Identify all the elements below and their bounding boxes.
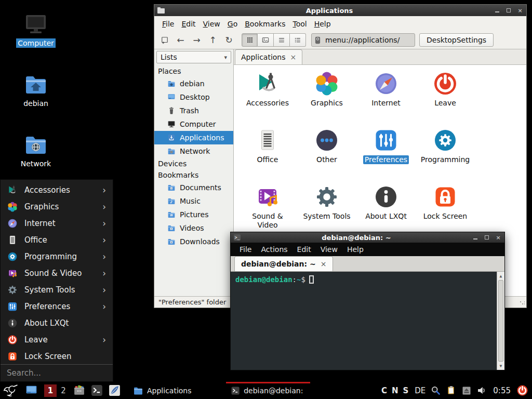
sidebar-mode-select[interactable]: Lists ▾ [156, 51, 231, 63]
menu-actions[interactable]: Actions [256, 245, 292, 254]
menu-help[interactable]: Help [311, 18, 335, 30]
workspace-1-button[interactable]: 1 [44, 384, 57, 397]
sidebar-item-music[interactable]: Music [154, 194, 233, 208]
sidebar-item-desktop[interactable]: Desktop [154, 90, 233, 104]
grid-item-accessories[interactable]: Accessories [238, 71, 297, 128]
maximize-button[interactable] [484, 234, 490, 241]
programming-icon [7, 251, 18, 262]
menu-bookmarks[interactable]: Bookmarks [241, 18, 289, 30]
terminal-titlebar[interactable]: >_ debian@debian: ~ × [231, 232, 504, 243]
sidebar-item-computer[interactable]: Computer [154, 117, 233, 131]
desktop-icon-computer[interactable]: Computer [16, 11, 56, 48]
sidebar-item-documents[interactable]: Documents [154, 181, 233, 194]
menu-item-leave[interactable]: Leave › [1, 331, 113, 348]
sidebar-item-debian[interactable]: debian [154, 77, 233, 90]
menu-edit[interactable]: Edit [178, 18, 199, 30]
preferences-icon [7, 301, 18, 312]
maximize-button[interactable] [506, 7, 512, 14]
grid-item-other[interactable]: Other [297, 128, 356, 184]
sidebar-item-videos[interactable]: Videos [154, 221, 233, 235]
sidebar-item-pictures[interactable]: Pictures [154, 208, 233, 221]
grid-item-preferences[interactable]: Preferences [356, 128, 416, 184]
menu-item-internet[interactable]: Internet › [1, 215, 113, 232]
clipboard-icon[interactable] [446, 385, 457, 396]
desktop-settings-button[interactable]: DesktopSettings [419, 33, 494, 47]
scroll-up-icon[interactable]: ▲ [497, 272, 504, 280]
detailed-view-button[interactable] [290, 33, 306, 47]
scroll-down-icon[interactable]: ▼ [497, 362, 504, 369]
minimize-button[interactable] [472, 234, 478, 241]
back-button[interactable]: ← [173, 33, 188, 47]
task-applications[interactable]: Applications [128, 382, 226, 399]
minimize-button[interactable] [494, 7, 500, 14]
terminal-tab[interactable]: debian@debian: ~ × [234, 256, 333, 271]
terminal-scrollbar[interactable]: ▲ ▼ [497, 272, 504, 370]
terminal-icon[interactable] [90, 384, 103, 397]
menu-item-graphics[interactable]: Graphics › [1, 198, 113, 215]
menu-go[interactable]: Go [224, 18, 241, 30]
grid-item-graphics[interactable]: Graphics [297, 71, 356, 128]
menu-item-about-lxqt[interactable]: About LXQt [1, 315, 113, 331]
forward-button[interactable]: → [189, 33, 204, 47]
num-indicator[interactable]: N [392, 386, 398, 395]
menu-item-system-tools[interactable]: System Tools › [1, 282, 113, 298]
path-bar[interactable]: menu://applications/ [311, 33, 415, 47]
power-icon[interactable] [516, 384, 528, 396]
thumbnail-view-button[interactable] [258, 33, 274, 47]
task-terminal[interactable]: debian@debian: ~ [226, 382, 310, 399]
grid-item-programming[interactable]: Programming [416, 128, 475, 184]
tab-applications[interactable]: Applications × [235, 49, 302, 64]
menu-tool[interactable]: Tool [289, 18, 310, 30]
sidebar-item-applications[interactable]: Applications [154, 131, 233, 144]
network-folder-icon [167, 147, 176, 155]
lxqt-bird-icon[interactable] [3, 383, 19, 398]
location-chip-icon [313, 35, 322, 45]
menu-item-accessories[interactable]: Accessories › [1, 182, 113, 198]
reload-button[interactable]: ↻ [221, 33, 236, 47]
workspace-2-button[interactable]: 2 [59, 384, 68, 397]
resize-grip[interactable] [520, 301, 525, 306]
grid-item-leave[interactable]: Leave [416, 71, 475, 128]
menu-item-preferences[interactable]: Preferences › [1, 298, 113, 315]
icon-view-button[interactable] [242, 33, 258, 47]
menu-item-sound-video[interactable]: Sound & Video › [1, 265, 113, 282]
keyboard-layout[interactable]: DE [415, 386, 425, 395]
desktop-icon-network[interactable]: Network [16, 132, 56, 168]
tab-close-icon[interactable]: × [290, 53, 297, 61]
compact-view-button[interactable] [274, 33, 290, 47]
close-button[interactable]: × [517, 7, 523, 14]
file-manager-titlebar[interactable]: Applications × [154, 5, 526, 16]
menu-search-input[interactable]: Search... [1, 364, 113, 381]
menu-help[interactable]: Help [342, 245, 368, 254]
menu-item-programming[interactable]: Programming › [1, 248, 113, 265]
featherpad-icon[interactable] [108, 384, 121, 397]
scrollbar-thumb[interactable] [498, 280, 503, 362]
magnifier-icon[interactable] [430, 385, 441, 396]
menu-file[interactable]: File [235, 245, 256, 254]
grid-item-internet[interactable]: Internet [356, 71, 416, 128]
new-tab-button[interactable] [157, 33, 172, 47]
caps-indicator[interactable]: C [381, 386, 387, 395]
tab-close-icon[interactable]: × [321, 260, 327, 268]
sidebar-item-downloads[interactable]: Downloads [154, 235, 233, 248]
menu-view[interactable]: View [200, 18, 224, 30]
show-desktop-icon[interactable] [25, 384, 38, 397]
menu-item-office[interactable]: Office › [1, 232, 113, 248]
menu-edit[interactable]: Edit [292, 245, 316, 254]
up-button[interactable]: ↑ [205, 33, 220, 47]
terminal-output[interactable]: debian@debian:~$ ▲ ▼ [231, 272, 504, 370]
sidebar-item-trash[interactable]: Trash [154, 104, 233, 117]
lock-icon [433, 184, 458, 209]
sidebar-item-network[interactable]: Network [154, 144, 233, 158]
volume-icon[interactable] [476, 385, 487, 396]
menu-file[interactable]: File [158, 18, 178, 30]
clock[interactable]: 0:55 [493, 386, 511, 395]
menu-item-lock-screen[interactable]: Lock Screen [1, 348, 113, 365]
scroll-indicator[interactable]: S [403, 386, 408, 395]
close-button[interactable]: × [495, 234, 501, 241]
file-manager-icon[interactable] [73, 384, 86, 397]
menu-view[interactable]: View [316, 245, 342, 254]
desktop-icon-debian[interactable]: debian [16, 72, 56, 108]
grid-item-office[interactable]: Office [238, 128, 297, 184]
eject-icon[interactable] [461, 385, 472, 396]
